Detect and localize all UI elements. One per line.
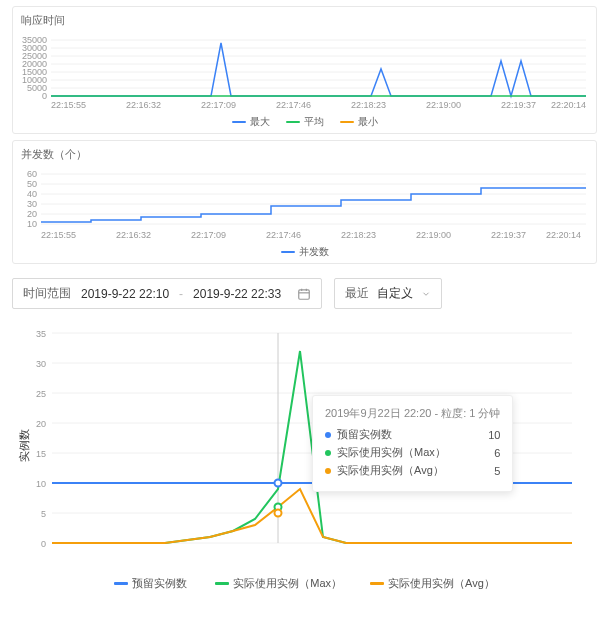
svg-text:10: 10 [36, 479, 46, 489]
instances-legend: 预留实例数 实际使用实例（Max） 实际使用实例（Avg） [0, 576, 609, 591]
svg-text:22:17:09: 22:17:09 [191, 230, 226, 240]
svg-text:20: 20 [27, 209, 37, 219]
concurrency-panel: 并发数（个） 60 50 40 30 20 10 22:15:55 22:16:… [12, 140, 597, 264]
y-axis-label: 实例数 [17, 428, 32, 461]
dot-icon [325, 450, 331, 456]
svg-text:22:19:00: 22:19:00 [426, 100, 461, 110]
svg-point-65 [275, 480, 282, 487]
dot-icon [325, 432, 331, 438]
tooltip-title: 2019年9月22日 22:20 - 粒度: 1 分钟 [325, 406, 500, 421]
svg-point-67 [275, 510, 282, 517]
svg-text:10: 10 [27, 219, 37, 229]
legend-item-concurrency[interactable]: 并发数 [281, 245, 329, 259]
tooltip-row-max: 实际使用实例（Max） 6 [325, 445, 500, 460]
svg-text:22:19:00: 22:19:00 [416, 230, 451, 240]
svg-text:30: 30 [36, 359, 46, 369]
response-time-legend: 最大 平均 最小 [21, 115, 588, 129]
recent-label: 最近 [345, 285, 369, 302]
svg-text:22:17:46: 22:17:46 [266, 230, 301, 240]
svg-text:25: 25 [36, 389, 46, 399]
response-time-chart: 35000 30000 25000 20000 15000 10000 5000… [21, 32, 586, 110]
legend-item-min[interactable]: 最小 [340, 115, 378, 129]
svg-text:22:18:23: 22:18:23 [351, 100, 386, 110]
calendar-icon [297, 287, 311, 301]
recent-value: 自定义 [377, 285, 413, 302]
tooltip-row-reserved: 预留实例数 10 [325, 427, 500, 442]
svg-text:22:16:32: 22:16:32 [116, 230, 151, 240]
controls-bar: 时间范围 2019-9-22 22:10 - 2019-9-22 22:33 最… [12, 278, 597, 309]
panel-title: 响应时间 [21, 13, 588, 28]
response-time-panel: 响应时间 35000 30000 25000 20000 15000 10000… [12, 6, 597, 134]
svg-text:0: 0 [42, 91, 47, 101]
range-separator: - [179, 287, 183, 301]
svg-text:22:16:32: 22:16:32 [126, 100, 161, 110]
svg-text:22:20:14: 22:20:14 [551, 100, 586, 110]
svg-text:0: 0 [41, 539, 46, 549]
recent-select[interactable]: 最近 自定义 [334, 278, 442, 309]
svg-text:22:15:55: 22:15:55 [51, 100, 86, 110]
svg-text:50: 50 [27, 179, 37, 189]
dot-icon [325, 468, 331, 474]
legend-item-max[interactable]: 最大 [232, 115, 270, 129]
range-from: 2019-9-22 22:10 [81, 287, 169, 301]
svg-text:20: 20 [36, 419, 46, 429]
svg-text:22:17:46: 22:17:46 [276, 100, 311, 110]
svg-text:22:19:37: 22:19:37 [491, 230, 526, 240]
legend-item-avg[interactable]: 实际使用实例（Avg） [370, 576, 495, 591]
svg-text:22:17:09: 22:17:09 [201, 100, 236, 110]
svg-rect-44 [299, 289, 310, 298]
concurrency-legend: 并发数 [21, 245, 588, 259]
chart-tooltip: 2019年9月22日 22:20 - 粒度: 1 分钟 预留实例数 10 实际使… [312, 395, 513, 492]
legend-item-reserved[interactable]: 预留实例数 [114, 576, 187, 591]
svg-text:40: 40 [27, 189, 37, 199]
time-range-picker[interactable]: 时间范围 2019-9-22 22:10 - 2019-9-22 22:33 [12, 278, 322, 309]
legend-item-avg[interactable]: 平均 [286, 115, 324, 129]
concurrency-chart: 60 50 40 30 20 10 22:15:55 22:16:32 22:1… [21, 166, 586, 240]
svg-text:22:20:14: 22:20:14 [546, 230, 581, 240]
legend-item-max[interactable]: 实际使用实例（Max） [215, 576, 342, 591]
svg-text:22:15:55: 22:15:55 [41, 230, 76, 240]
svg-text:22:19:37: 22:19:37 [501, 100, 536, 110]
tooltip-row-avg: 实际使用实例（Avg） 5 [325, 463, 500, 478]
svg-text:30: 30 [27, 199, 37, 209]
svg-text:35: 35 [36, 329, 46, 339]
svg-text:5: 5 [41, 509, 46, 519]
svg-text:60: 60 [27, 169, 37, 179]
svg-text:22:18:23: 22:18:23 [341, 230, 376, 240]
panel-title: 并发数（个） [21, 147, 588, 162]
range-label: 时间范围 [23, 285, 71, 302]
instances-chart-container: 实例数 35 30 25 20 15 10 5 0 [12, 323, 597, 566]
svg-text:15: 15 [36, 449, 46, 459]
range-to: 2019-9-22 22:33 [193, 287, 281, 301]
chevron-down-icon [421, 289, 431, 299]
